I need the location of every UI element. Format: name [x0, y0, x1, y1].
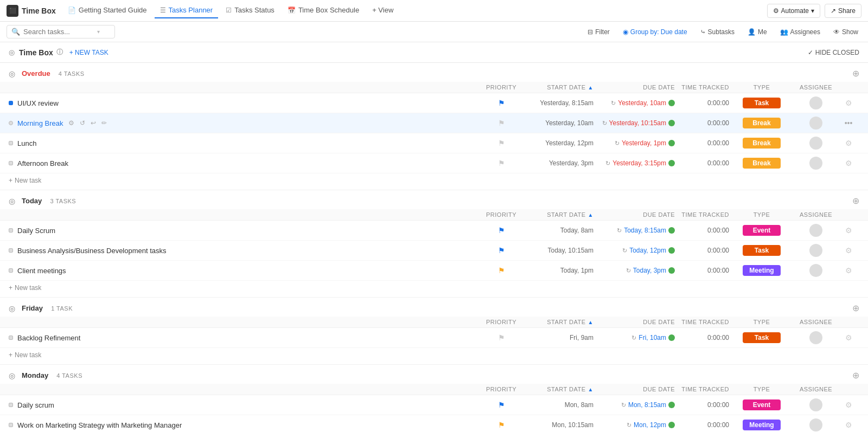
- col-start-header[interactable]: START DATE ▲: [523, 386, 593, 392]
- tab-getting-started[interactable]: 📄 Getting Started Guide: [62, 3, 152, 18]
- due-date-value: Today, 12pm: [629, 247, 666, 254]
- new-task-row-overdue[interactable]: + New task: [0, 173, 868, 190]
- tab-view[interactable]: + View: [367, 3, 399, 18]
- settings-cog[interactable]: ⚙: [845, 226, 852, 235]
- task-due-date: ↻ Today, 12pm: [593, 247, 675, 254]
- section-add-overdue[interactable]: ⊕: [852, 68, 859, 79]
- section-header-friday: ◎ Friday 1 TASK ⊕: [0, 298, 868, 317]
- settings-cog[interactable]: ⚙: [845, 246, 852, 255]
- task-row[interactable]: Backlog Refinement ⚑ Fri, 9am ↻ Fri, 10a…: [0, 328, 868, 348]
- avatar[interactable]: [809, 117, 822, 130]
- inline-settings-icon[interactable]: ⚙: [67, 118, 76, 128]
- due-time-circle: [668, 402, 675, 408]
- task-status-dot: [9, 423, 13, 427]
- new-task-button[interactable]: + NEW TASK: [69, 49, 108, 56]
- type-badge: Task: [743, 98, 781, 108]
- settings-cog[interactable]: ⚙: [845, 159, 852, 167]
- section-add-today[interactable]: ⊕: [852, 196, 859, 206]
- new-task-row-friday[interactable]: + New task: [0, 348, 868, 364]
- toolbar: 🔍 ▾ ⊟ Filter ◉ Group by: Due date ⤷ Subt…: [0, 22, 868, 42]
- col-start-header[interactable]: START DATE ▲: [523, 319, 593, 325]
- settings-cog[interactable]: ⚙: [845, 401, 852, 409]
- tab-tasks-planner-label: Tasks Planner: [169, 6, 213, 14]
- avatar[interactable]: [809, 224, 822, 237]
- group-by-button[interactable]: ◉ Group by: Due date: [620, 27, 691, 37]
- avatar[interactable]: [809, 157, 822, 170]
- task-time-tracked: 0:00:00: [675, 401, 729, 409]
- priority-flag-icon: ⚑: [498, 159, 505, 167]
- search-input[interactable]: [23, 28, 94, 36]
- timebox-info-icon[interactable]: ⓘ: [56, 48, 63, 57]
- assignees-button[interactable]: 👥 Assignees: [777, 27, 824, 37]
- task-assignee: [794, 418, 838, 431]
- avatar[interactable]: [809, 96, 822, 109]
- inline-back-icon[interactable]: ↩: [89, 118, 98, 128]
- settings-cog[interactable]: ⚙: [845, 333, 852, 342]
- more-icon[interactable]: •••: [845, 119, 853, 127]
- task-row[interactable]: Daily scrum ⚑ Mon, 8am ↻ Mon, 8:15am 0:0…: [0, 395, 868, 415]
- section-friday: ◎ Friday 1 TASK ⊕ PRIORITY START DATE ▲ …: [0, 298, 868, 365]
- share-button[interactable]: ↗ Share: [825, 4, 861, 18]
- automate-dropdown-icon: ▾: [811, 7, 814, 15]
- task-row[interactable]: Daily Scrum ⚑ Today, 8am ↻ Today, 8:15am…: [0, 221, 868, 241]
- section-add-friday[interactable]: ⊕: [852, 303, 859, 313]
- search-box[interactable]: 🔍 ▾: [7, 25, 115, 38]
- task-row[interactable]: Afternoon Break ⚑ Yesterday, 3pm ↻ Yeste…: [0, 153, 868, 173]
- task-row[interactable]: UI/UX review ⚑ Yesterday, 8:15am ↻ Yeste…: [0, 93, 868, 113]
- avatar[interactable]: [809, 137, 822, 150]
- task-row[interactable]: Business Analysis/Business Development t…: [0, 241, 868, 261]
- avatar[interactable]: [809, 398, 822, 411]
- inline-edit-icon[interactable]: ✏: [100, 118, 108, 128]
- timebox-title: Time Box ⓘ: [19, 48, 63, 57]
- timebox-collapse-icon[interactable]: ◎: [9, 48, 15, 56]
- task-priority: ⚑: [480, 401, 523, 409]
- task-time-tracked: 0:00:00: [675, 334, 729, 341]
- task-name-container: Backlog Refinement: [17, 334, 480, 342]
- avatar[interactable]: [809, 244, 822, 257]
- subtasks-button[interactable]: ⤷ Subtasks: [697, 27, 738, 37]
- settings-cog[interactable]: ⚙: [845, 266, 852, 275]
- section-toggle-friday[interactable]: ◎: [9, 304, 17, 313]
- due-date-icon: ↻: [626, 267, 631, 274]
- due-time-circle: [668, 140, 675, 146]
- task-row[interactable]: Lunch ⚑ Yesterday, 12pm ↻ Yesterday, 1pm…: [0, 133, 868, 153]
- settings-cog[interactable]: ⚙: [845, 139, 852, 147]
- avatar[interactable]: [809, 331, 822, 344]
- due-date-value: Yesterday, 1pm: [622, 139, 666, 147]
- section-title-overdue: Overdue: [22, 69, 50, 78]
- settings-cog[interactable]: ⚙: [845, 99, 852, 107]
- task-start-date: Today, 1pm: [523, 267, 593, 274]
- tab-tasks-status-label: Tasks Status: [234, 6, 275, 14]
- task-name-container: Lunch: [17, 139, 480, 147]
- inline-refresh-icon[interactable]: ↺: [78, 118, 87, 128]
- avatar[interactable]: [809, 418, 822, 431]
- section-toggle-monday[interactable]: ◎: [9, 371, 17, 380]
- section-toggle-overdue[interactable]: ◎: [9, 69, 17, 78]
- task-assignee: [794, 398, 838, 411]
- automate-label: Automate: [781, 7, 809, 15]
- new-task-row-today[interactable]: + New task: [0, 281, 868, 297]
- avatar[interactable]: [809, 264, 822, 277]
- task-due-date: ↻ Mon, 8:15am: [593, 401, 675, 409]
- task-row-actions: •••: [838, 119, 859, 127]
- task-row[interactable]: Client meetings ⚑ Today, 1pm ↻ Today, 3p…: [0, 261, 868, 281]
- show-label: Show: [842, 28, 858, 36]
- show-button[interactable]: 👁 Show: [830, 27, 861, 37]
- section-add-monday[interactable]: ⊕: [852, 370, 859, 381]
- col-start-header[interactable]: START DATE ▲: [523, 84, 593, 91]
- filter-button[interactable]: ⊟ Filter: [584, 27, 613, 37]
- task-due-date: ↻ Yesterday, 10am: [593, 99, 675, 107]
- section-toggle-today[interactable]: ◎: [9, 197, 17, 205]
- task-row[interactable]: Morning Break ⚙ ↺ ↩ ✏ ⚑ Yesterday, 10am …: [0, 113, 868, 133]
- task-start-date: Yesterday, 10am: [523, 119, 593, 127]
- col-start-header[interactable]: START DATE ▲: [523, 211, 593, 218]
- task-row[interactable]: Work on Marketing Strategy with Marketin…: [0, 415, 868, 432]
- task-type: Task: [729, 245, 794, 256]
- hide-closed-button[interactable]: ✓ HIDE CLOSED: [808, 49, 859, 56]
- tab-tasks-status[interactable]: ☑ Tasks Status: [220, 3, 280, 18]
- tab-tasks-planner[interactable]: ☰ Tasks Planner: [155, 3, 219, 18]
- tab-timebox-schedule[interactable]: 📅 Time Box Schedule: [282, 3, 365, 18]
- settings-cog[interactable]: ⚙: [845, 421, 852, 429]
- me-button[interactable]: 👤 Me: [744, 27, 770, 37]
- automate-button[interactable]: ⚙ Automate ▾: [767, 4, 820, 18]
